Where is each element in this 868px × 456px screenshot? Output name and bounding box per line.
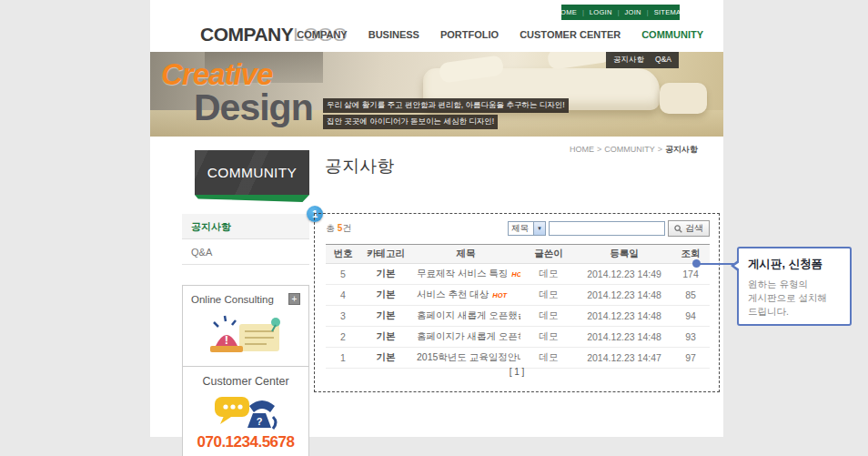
banner-tab-0[interactable]: 공지사항 <box>613 55 644 66</box>
sidebar-item-0[interactable]: 공지사항 <box>182 214 309 239</box>
cell-category: 기본 <box>360 268 411 280</box>
utility-link-home[interactable]: HOME <box>555 8 577 16</box>
table-body: 5 기본 무료제작 서비스 특징HOT 데모 2014.12.23 14:49 … <box>326 264 710 369</box>
table-row[interactable]: 3 기본 홈페이지 새롭게 오픈했습니다~!HOT 데모 2014.12.23 … <box>326 306 710 327</box>
cell-title[interactable]: 홈페이지가 새롭게 오픈하였습니다HOT <box>411 330 520 343</box>
cell-views: 97 <box>671 352 710 363</box>
nav-item-company[interactable]: COMPANY <box>297 29 347 40</box>
pagination: [ 1 ] <box>315 367 719 377</box>
callout-connector-dot <box>692 259 701 268</box>
search-input[interactable] <box>549 221 665 236</box>
banner-tagline-1: 우리 삶에 활기를 주고 편안함과 편리함, 아름다움을 추구하는 디자인! <box>323 98 569 113</box>
page-number-1[interactable]: [ 1 ] <box>510 367 525 377</box>
column-header-3: 글쓴이 <box>520 248 577 260</box>
utility-link-join[interactable]: JOIN <box>625 8 641 16</box>
cell-title[interactable]: 홈페이지 새롭게 오픈했습니다~!HOT <box>411 309 520 322</box>
nav-item-business[interactable]: BUSINESS <box>368 29 419 40</box>
cell-category: 기본 <box>360 289 411 301</box>
banner-cushion-shape <box>660 83 707 114</box>
cell-category: 기본 <box>360 309 411 322</box>
feature-callout: 게시판, 신청폼 원하는 유형의게시판으로 설치해드립니다. <box>737 247 852 326</box>
cell-date: 2014.12.23 14:48 <box>577 289 671 300</box>
svg-text:?: ? <box>257 416 263 427</box>
hot-badge: HOT <box>492 291 507 299</box>
breadcrumb-part-0[interactable]: HOME <box>570 145 594 154</box>
sidebar-ribbon <box>195 195 309 202</box>
callout-line-0: 원하는 유형의 <box>748 278 841 291</box>
nav-item-community[interactable]: COMMUNITY <box>641 29 703 40</box>
cell-views: 93 <box>671 331 710 342</box>
cell-no: 3 <box>326 310 360 321</box>
cell-no: 1 <box>326 352 360 363</box>
chevron-down-icon: ▼ <box>533 222 545 235</box>
table-row[interactable]: 2 기본 홈페이지가 새롭게 오픈하였습니다HOT 데모 2014.12.23 … <box>326 327 710 348</box>
sidebar-menu: 공지사항Q&A <box>182 214 309 265</box>
sidebar-title: COMMUNITY <box>207 165 297 181</box>
customer-center-phone-icon: ? <box>207 393 284 431</box>
search-icon <box>674 225 682 233</box>
page-title: 공지사항 <box>325 155 394 178</box>
banner-taglines: 우리 삶에 활기를 주고 편안함과 편리함, 아름다움을 추구하는 디자인! 집… <box>323 98 569 131</box>
cell-date: 2014.12.23 14:48 <box>577 331 671 342</box>
banner-tab-1[interactable]: Q&A <box>655 55 671 66</box>
search-field-selected: 제목 <box>509 222 533 235</box>
search-button[interactable]: 검색 <box>668 220 710 237</box>
table-row[interactable]: 4 기본 서비스 추천 대상HOT 데모 2014.12.23 14:48 85 <box>326 285 710 306</box>
banner-tagline-2: 집안 곳곳에 아이디어가 돋보이는 세심한 디자인! <box>323 115 498 129</box>
nav-item-customer-center[interactable]: CUSTOMER CENTER <box>520 29 621 40</box>
cell-title[interactable]: 서비스 추천 대상HOT <box>411 289 520 301</box>
cell-date: 2014.12.23 14:47 <box>577 352 671 363</box>
cell-views: 85 <box>671 289 710 300</box>
divider: | <box>582 9 584 15</box>
cell-writer: 데모 <box>520 289 577 301</box>
breadcrumb-part-1[interactable]: COMMUNITY <box>604 145 655 154</box>
utility-link-login[interactable]: LOGIN <box>590 8 612 16</box>
cell-no: 4 <box>326 289 360 300</box>
cell-title[interactable]: 무료제작 서비스 특징HOT <box>411 268 520 280</box>
breadcrumb-separator: > <box>597 145 601 154</box>
logo-strong: COMPANY <box>200 24 293 45</box>
online-consulting-title: Online Consulting <box>191 294 274 305</box>
customer-center-widget: Customer Center ? 070.1234.5678 상담시간 : 0… <box>183 366 308 456</box>
total-count-label: 총 5건 <box>326 222 351 235</box>
cell-category: 기본 <box>360 351 411 364</box>
svg-text:!: ! <box>225 333 228 347</box>
cell-date: 2014.12.23 14:48 <box>577 310 671 321</box>
utility-nav: HOME|LOGIN|JOIN|SITEMAP <box>561 5 680 20</box>
table-row[interactable]: 5 기본 무료제작 서비스 특징HOT 데모 2014.12.23 14:49 … <box>326 264 710 285</box>
sidebar-item-1[interactable]: Q&A <box>182 239 309 265</box>
search-group: 제목 ▼ 검색 <box>508 220 710 237</box>
consulting-illustration-icon: ! <box>207 311 285 359</box>
breadcrumb: HOME>COMMUNITY>공지사항 <box>570 144 698 156</box>
cell-no: 5 <box>326 269 360 279</box>
utility-link-sitemap[interactable]: SITEMAP <box>654 8 686 16</box>
board-annotated-region: 총 5건 제목 ▼ 검색 번호카테 <box>314 213 720 392</box>
cell-views: 94 <box>671 310 710 321</box>
sidebar-widgets: Online Consulting + ! <box>182 285 309 456</box>
column-header-5: 조회 <box>671 248 710 260</box>
main-nav: COMPANYBUSINESSPORTFOLIOCUSTOMER CENTERC… <box>297 29 703 40</box>
plus-icon[interactable]: + <box>288 293 300 305</box>
column-header-0: 번호 <box>326 248 360 260</box>
search-field-select[interactable]: 제목 ▼ <box>508 221 546 236</box>
column-header-1: 카테고리 <box>360 248 411 260</box>
cell-writer: 데모 <box>520 351 577 364</box>
cell-writer: 데모 <box>520 330 577 343</box>
divider: | <box>647 9 649 15</box>
sidebar-title-box: COMMUNITY <box>195 150 309 195</box>
column-header-2: 제목 <box>411 248 520 260</box>
banner-title-design: Design <box>194 86 313 129</box>
cell-category: 기본 <box>360 330 411 343</box>
table-header-row: 번호카테고리제목글쓴이등록일조회 <box>326 244 710 264</box>
hero-banner: Creative Design 우리 삶에 활기를 주고 편안함과 편리함, 아… <box>150 52 723 137</box>
breadcrumb-separator: > <box>658 145 662 154</box>
hot-badge: HOT <box>511 270 520 279</box>
nav-item-portfolio[interactable]: PORTFOLIO <box>440 29 499 40</box>
cell-title[interactable]: 2015학년도 교육일정안내HOT <box>411 351 520 364</box>
cell-date: 2014.12.23 14:49 <box>577 269 671 279</box>
cell-writer: 데모 <box>520 268 577 280</box>
customer-center-phone-number: 070.1234.5678 <box>188 433 303 451</box>
cell-writer: 데모 <box>520 309 577 322</box>
table-row[interactable]: 1 기본 2015학년도 교육일정안내HOT 데모 2014.12.23 14:… <box>326 348 710 369</box>
banner-sub-tabs: 공지사항Q&A <box>606 52 679 68</box>
